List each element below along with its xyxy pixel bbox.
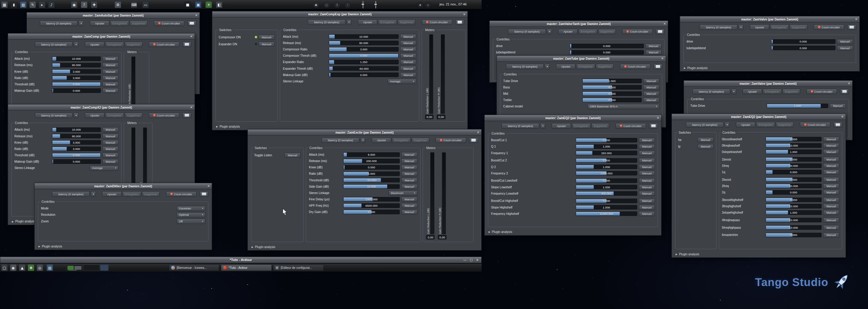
manual-button[interactable]: Manuel <box>102 134 119 139</box>
slider-frequency-lowshelf[interactable]: 400.000 <box>576 191 637 196</box>
preset-spin-button[interactable]: ▾ <box>361 138 366 143</box>
power-indicator-icon[interactable]: ○ <box>323 1 330 8</box>
monitor-app-icon[interactable]: ▣ <box>195 1 202 8</box>
bypass-button[interactable]: Court-circuiter <box>149 41 179 47</box>
manual-button[interactable]: Manuel <box>823 137 839 142</box>
manual-button[interactable]: Manuel <box>102 63 119 68</box>
slider-frequency-2[interactable]: 1000.000 <box>576 171 637 176</box>
slider-1freq[interactable]: 20.000 <box>766 164 822 168</box>
dropdown-resolution[interactable]: Optimal▾ <box>177 212 206 217</box>
latency-button[interactable]: latency (0 samples) <box>501 123 539 129</box>
slider-mid[interactable]: 0.500 <box>582 91 642 96</box>
bypass-button[interactable]: Court-circuiter <box>800 122 830 127</box>
preset-add-button[interactable]: Ajouter <box>552 123 571 129</box>
manual-button[interactable]: Manuel <box>258 41 275 47</box>
plugin-gui-toggle-button[interactable] <box>182 113 191 118</box>
manual-button[interactable]: Manuel <box>401 152 417 157</box>
slider-bass[interactable]: 0.500 <box>582 85 642 90</box>
preset-delete-button[interactable]: Supprimer <box>782 89 800 94</box>
slider-5freqhighpass[interactable]: 10.000 <box>766 225 822 230</box>
manual-button[interactable]: Manuel <box>400 53 416 58</box>
manual-button[interactable]: Manuel <box>401 197 417 202</box>
preset-delete-button[interactable]: Supprimer <box>142 191 160 197</box>
slider-q-2[interactable]: 1.000 <box>576 165 637 169</box>
manual-button[interactable]: Manuel <box>837 46 853 51</box>
preset-add-button[interactable]: Ajouter <box>372 138 391 143</box>
slider-expander-ratio[interactable]: 1.250 <box>329 60 398 64</box>
manual-button[interactable]: Manuel <box>643 97 659 103</box>
alert-indicator-icon[interactable]: ! <box>344 1 351 8</box>
workspace-pager[interactable] <box>66 265 108 271</box>
applications-menu-icon[interactable]: ▦ <box>1 1 8 8</box>
text-editor-icon[interactable]: ✎ <box>29 1 36 8</box>
plugin-gui-toggle-button[interactable] <box>456 19 464 25</box>
slider-1q[interactable]: 0.000 <box>766 170 822 174</box>
slider-fine-delay-s[interactable]: 1000.000 <box>343 197 400 202</box>
manual-button[interactable]: Manuel <box>646 50 661 55</box>
audio-tool-icon[interactable]: ◉ <box>71 1 78 8</box>
system-monitor-icon[interactable]: ◧ <box>216 1 222 8</box>
manual-button[interactable]: Manuel <box>102 140 119 145</box>
dropdown-stereo-linkage[interactable]: Maximum▾ <box>389 190 417 195</box>
search-tool-icon[interactable]: ◎ <box>36 264 43 271</box>
preset-add-button[interactable]: Ajouter <box>358 19 377 25</box>
slider-boost-cut-1[interactable]: 0.000 <box>576 138 637 142</box>
manual-button[interactable]: Manuel <box>823 157 839 162</box>
dropdown-stereo-linkage[interactable]: Average▾ <box>90 165 119 170</box>
manual-button[interactable]: Manuel <box>400 40 416 46</box>
slider-q-1[interactable]: 1.000 <box>576 144 637 149</box>
preset-delete-button[interactable]: Supprimer <box>398 19 415 25</box>
slider-frequency-highshelf[interactable]: 11000.000 <box>576 212 637 216</box>
preset-spin-button[interactable]: ▾ <box>79 21 84 26</box>
plugin-gui-toggle-button[interactable] <box>656 29 664 34</box>
manual-button[interactable]: Manuel <box>698 137 713 142</box>
volume-slider-1[interactable] <box>361 1 364 8</box>
preset-add-button[interactable]: Ajouter <box>558 29 578 34</box>
plugin-gui-toggle-button[interactable] <box>833 122 842 127</box>
preset-delete-button[interactable]: Supprimer <box>598 29 616 34</box>
window-close-icon[interactable]: ✕ <box>463 11 465 17</box>
manual-button[interactable]: Manuel <box>258 35 275 40</box>
preset-save-button[interactable]: Enregistrer <box>392 138 411 143</box>
slider-makeup-gain-db[interactable]: 0.000 <box>52 159 101 164</box>
dropdown-mode[interactable]: Gaussian▾ <box>177 206 206 211</box>
manual-button[interactable]: Manuel <box>823 204 839 209</box>
manual-button[interactable]: Manuel <box>823 163 839 168</box>
bypass-button[interactable]: Court-circuiter <box>422 19 453 25</box>
preset-add-button[interactable]: Ajouter <box>736 122 755 127</box>
window-titlebar[interactable]: master: ZamValveTanh (par Damien Zammit)… <box>490 21 668 27</box>
slider-dry-gain-db[interactable]: 0.000 <box>343 210 400 214</box>
manual-button[interactable]: Manuel <box>401 203 417 208</box>
manual-button[interactable]: Manuel <box>400 66 416 71</box>
manual-button[interactable]: Manuel <box>823 190 839 195</box>
preset-add-button[interactable]: Ajouter <box>743 89 762 94</box>
slider-knee-db[interactable]: 3.000 <box>52 140 101 145</box>
slider-side-gain-db[interactable]: 10.000 <box>343 185 400 189</box>
preset-delete-button[interactable]: Supprimer <box>776 122 794 127</box>
manual-button[interactable]: Manuel <box>401 165 417 170</box>
manual-button[interactable]: Manuel <box>639 205 655 210</box>
window-close-icon[interactable]: ✕ <box>841 114 844 119</box>
manual-button[interactable]: Manuel <box>401 159 417 164</box>
manual-button[interactable]: Manuel <box>823 218 839 223</box>
latency-button[interactable]: latency (0 samples) <box>35 41 73 47</box>
latency-button[interactable]: latency (0 samples) <box>308 19 345 25</box>
manual-button[interactable]: Manuel <box>102 127 119 133</box>
dropdown-zoom[interactable]: Off▾ <box>177 219 206 224</box>
manual-button[interactable]: Manuel <box>830 104 846 109</box>
file-manager-icon[interactable]: ▤ <box>20 1 27 8</box>
slider-6mastertrim[interactable]: 0.000 <box>766 233 822 237</box>
workspace-1-cell[interactable] <box>66 265 82 271</box>
manual-button[interactable]: Manuel <box>401 178 417 183</box>
slider-drive[interactable]: 0.000 <box>771 39 835 44</box>
preset-spin-button[interactable]: ▾ <box>73 113 79 118</box>
preset-save-button[interactable]: Enregistrer <box>105 113 124 118</box>
media-player-icon[interactable]: ▸ <box>39 1 45 8</box>
ardour-window-titlebar[interactable]: *Tuto - Ardour —▢✕ <box>0 256 482 263</box>
preset-delete-button[interactable]: Supprimer <box>411 138 429 143</box>
slider-boost-cut-highshelf[interactable]: 0.000 <box>576 199 637 203</box>
preset-spin-button[interactable]: ▾ <box>347 19 352 25</box>
display-tool-icon[interactable]: ▭ <box>142 1 149 8</box>
window-titlebar[interactable]: master: ZamValve (par Damien Zammit)✕ <box>684 81 852 87</box>
launcher-icon[interactable]: ▲ <box>19 264 25 271</box>
